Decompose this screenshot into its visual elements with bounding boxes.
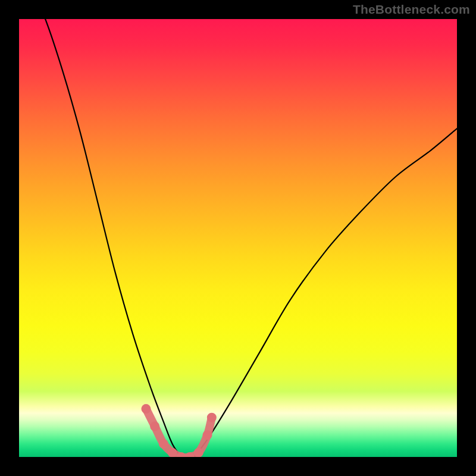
watermark-text: TheBottleneck.com (353, 2, 470, 17)
optimal-zone-dot (159, 439, 168, 449)
bottleneck-curve-left (38, 19, 181, 457)
chart-frame: TheBottleneck.com (0, 0, 476, 476)
optimal-zone-dot (141, 404, 151, 414)
optimal-zone-dot (150, 421, 159, 431)
curve-layer (19, 19, 457, 457)
optimal-zone-dot (194, 448, 203, 457)
optimal-zone-dot (168, 448, 177, 457)
bottleneck-curve-right (194, 129, 457, 457)
optimal-zone-dot (202, 430, 212, 440)
optimal-zone-dot (207, 413, 217, 422)
plot-area (19, 19, 457, 457)
